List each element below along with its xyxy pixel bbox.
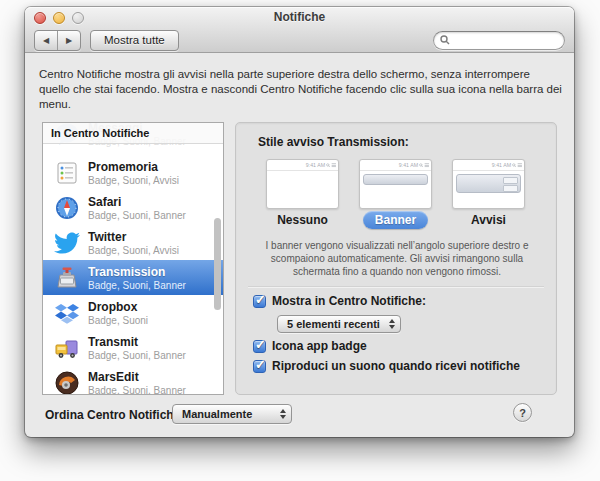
style-caption: I banner vengono visualizzati nell’angol…	[252, 239, 542, 278]
twitter-icon	[54, 230, 80, 256]
search-icon	[512, 163, 516, 167]
traffic-lights	[34, 12, 84, 24]
list-item-detail: Badge, Suoni	[88, 315, 148, 326]
search-icon	[440, 35, 450, 45]
marsedit-icon	[54, 370, 80, 396]
alert-button-shape	[503, 185, 518, 192]
alert-style-previews: 9:41 AM 9:41 AM	[266, 159, 525, 209]
checkbox-label: Mostra in Centro Notifiche:	[272, 294, 426, 308]
list-item-name: Twitter	[88, 230, 179, 244]
list-item-name: Transmit	[88, 335, 186, 349]
list-icon	[331, 163, 336, 167]
sidebar-item-transmission[interactable]: Transmission Badge, Suoni, Banner	[43, 260, 223, 295]
popup-arrows-icon	[389, 319, 395, 329]
checkbox-checked-icon[interactable]	[253, 340, 266, 353]
search-icon	[326, 163, 330, 167]
checkbox-checked-icon[interactable]	[253, 360, 266, 373]
alert-style-label: Stile avviso Transmission:	[258, 135, 409, 149]
list-item-detail: Badge, Suoni, Banner	[88, 350, 186, 361]
sidebar-scrollbar[interactable]	[214, 218, 221, 310]
titlebar[interactable]: Notifiche	[25, 7, 574, 28]
sidebar-item-promemoria[interactable]: Promemoria Badge, Suoni, Avvisi	[43, 155, 223, 190]
toolbar: ◀ ▶ Mostra tutte	[25, 28, 574, 52]
sidebar-item-twitter[interactable]: Twitter Badge, Suoni, Avvisi	[43, 225, 223, 260]
zoom-button[interactable]	[72, 12, 84, 24]
checkbox-label: Icona app badge	[272, 339, 367, 353]
list-section-header: In Centro Notifiche	[43, 123, 223, 144]
sidebar-item-transmit[interactable]: Transmit Badge, Suoni, Banner	[43, 330, 223, 365]
help-button[interactable]: ?	[513, 403, 532, 422]
notification-app-list: Messaggi Badge, Suoni, Banner In Centro …	[42, 122, 224, 395]
preferences-window: Notifiche ◀ ▶ Mostra tutte Centro Notifi…	[25, 7, 574, 437]
checkbox-label: Riproduci un suono quando ricevi notific…	[272, 359, 520, 373]
list-rows: Promemoria Badge, Suoni, Avvisi Safari	[43, 155, 223, 395]
list-icon	[424, 163, 429, 167]
panel-divider	[248, 286, 544, 287]
alert-style-names: Nessuno Banner Avvisi	[266, 211, 525, 229]
sort-label: Ordina Centro Notifiche:	[45, 408, 184, 422]
preview-none[interactable]: 9:41 AM	[266, 159, 339, 209]
list-item-name: Promemoria	[88, 160, 179, 174]
search-icon	[419, 163, 423, 167]
sort-popup[interactable]: Manualmente	[172, 404, 292, 424]
list-item-name: Dropbox	[88, 300, 148, 314]
history-nav: ◀ ▶	[34, 30, 81, 51]
dropbox-icon	[54, 300, 80, 326]
preview-menubar: 9:41 AM	[267, 160, 338, 171]
recent-items-popup[interactable]: 5 elementi recenti	[277, 315, 401, 333]
list-item-detail: Badge, Suoni, Banner	[88, 385, 186, 396]
popup-value: 5 elementi recenti	[287, 318, 380, 330]
transmission-icon	[54, 265, 80, 291]
style-option-avvisi[interactable]: Avvisi	[471, 213, 506, 227]
safari-icon	[54, 195, 80, 221]
show-all-button[interactable]: Mostra tutte	[90, 30, 179, 51]
intro-text: Centro Notifiche mostra gli avvisi nella…	[39, 67, 563, 112]
checkbox-row-sound[interactable]: Riproduci un suono quando ricevi notific…	[253, 359, 520, 373]
list-item-detail: Badge, Suoni, Banner	[88, 280, 186, 291]
checkbox-checked-icon[interactable]	[253, 295, 266, 308]
list-item-name: MarsEdit	[88, 370, 186, 384]
back-button[interactable]: ◀	[35, 31, 58, 50]
popup-arrows-icon	[280, 409, 286, 419]
preview-clock: 9:41 AM	[492, 162, 511, 168]
alert-shape	[456, 174, 521, 193]
list-item-name: Transmission	[88, 265, 186, 279]
preview-alerts[interactable]: 9:41 AM	[452, 159, 525, 209]
alert-button-shape	[503, 177, 518, 184]
preview-banner[interactable]: 9:41 AM	[359, 159, 432, 209]
sidebar-item-marsedit[interactable]: MarsEdit Badge, Suoni, Banner	[43, 365, 223, 395]
window-header: Notifiche ◀ ▶ Mostra tutte	[25, 7, 574, 53]
minimize-button[interactable]	[53, 12, 65, 24]
preview-clock: 9:41 AM	[306, 162, 325, 168]
list-item-detail: Badge, Suoni, Avvisi	[88, 245, 179, 256]
forward-button[interactable]: ▶	[58, 31, 80, 50]
notification-detail-panel: Stile avviso Transmission: 9:41 AM 9:41 …	[235, 122, 557, 395]
close-button[interactable]	[34, 12, 46, 24]
banner-shape	[363, 174, 428, 185]
preview-clock: 9:41 AM	[399, 162, 418, 168]
search-input[interactable]	[433, 31, 565, 50]
checkbox-row-show-in-nc[interactable]: Mostra in Centro Notifiche:	[253, 294, 426, 308]
style-option-banner-selected[interactable]: Banner	[363, 211, 428, 229]
checkbox-row-badge[interactable]: Icona app badge	[253, 339, 367, 353]
preview-menubar: 9:41 AM	[360, 160, 431, 171]
window-title: Notifiche	[25, 7, 574, 28]
transmit-icon	[54, 335, 80, 361]
list-item-name: Safari	[88, 195, 186, 209]
list-item-detail: Badge, Suoni, Avvisi	[88, 175, 179, 186]
sidebar-item-dropbox[interactable]: Dropbox Badge, Suoni	[43, 295, 223, 330]
popup-value: Manualmente	[182, 408, 252, 420]
sidebar-item-safari[interactable]: Safari Badge, Suoni, Banner	[43, 190, 223, 225]
reminders-icon	[54, 160, 80, 186]
list-icon	[517, 163, 522, 167]
list-item-detail: Badge, Suoni, Banner	[88, 210, 186, 221]
style-option-nessuno[interactable]: Nessuno	[277, 213, 328, 227]
preview-menubar: 9:41 AM	[453, 160, 524, 171]
